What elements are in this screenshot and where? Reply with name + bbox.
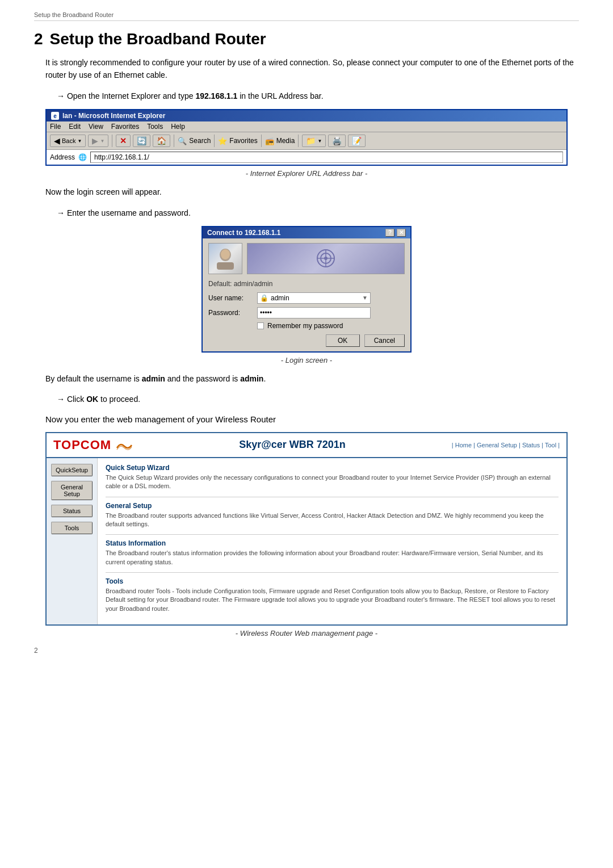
section-number: 2: [34, 30, 43, 48]
ie-browser-mockup: e lan - Microsoft Internet Explorer File…: [45, 109, 568, 166]
username-dropdown-icon: ▼: [362, 295, 368, 301]
ie-url-input[interactable]: http://192.168.1.1/: [90, 152, 563, 163]
login-dialog-title: Connect to 192.168.1.1: [207, 229, 280, 237]
ie-menu-edit[interactable]: Edit: [69, 123, 81, 131]
status-link[interactable]: Status Information: [106, 539, 166, 547]
section-title-text: Setup the Broadband Router: [50, 30, 266, 48]
generalsetup-link[interactable]: General Setup: [106, 502, 152, 510]
admin-username: admin: [142, 374, 165, 383]
login-default-text: Default: admin/admin: [208, 280, 405, 288]
ie-menu-view[interactable]: View: [89, 123, 103, 131]
username-value: admin: [271, 294, 360, 302]
sidebar-tools-button[interactable]: Tools: [51, 522, 93, 534]
tools-link[interactable]: Tools: [106, 577, 123, 585]
login-password-label: Password:: [208, 309, 254, 317]
sidebar-generalsetup-button[interactable]: General Setup: [51, 481, 93, 500]
stop-icon: ✕: [120, 136, 127, 145]
ie-menu-tools[interactable]: Tools: [147, 123, 163, 131]
router-body: QuickSetup General Setup Status Tools Qu…: [47, 458, 566, 625]
ie-edit-button[interactable]: 📝: [348, 135, 366, 147]
media-label: Media: [276, 137, 295, 145]
ie-print-button[interactable]: 🖨️: [328, 135, 346, 147]
router-content: Quick Setup Wizard The Quick Setup Wizar…: [98, 458, 566, 625]
toolbar-separator-5: [298, 135, 299, 147]
by-default-text: By default the username is admin and the…: [45, 372, 579, 385]
topcom-logo: TOPCOM: [53, 438, 133, 452]
ie-logo-icon: e: [51, 112, 59, 120]
ie-title-bar: e lan - Microsoft Internet Explorer: [47, 110, 566, 121]
router-header: TOPCOM Skyr@cer WBR 7201n | Home | Gener…: [47, 433, 566, 458]
login-cancel-button[interactable]: Cancel: [364, 334, 405, 347]
back-arrow-icon: ◀: [54, 136, 60, 145]
username-lock-icon: 🔒: [260, 294, 268, 302]
quicksetup-desc: The Quick Setup Wizard provides only the…: [106, 473, 559, 491]
home-icon: 🏠: [157, 136, 166, 145]
quicksetup-link[interactable]: Quick Setup Wizard: [106, 464, 170, 472]
intro-text: It is strongly recommended to configure …: [45, 56, 579, 82]
ie-stop-button[interactable]: ✕: [116, 135, 131, 147]
ie-home-button[interactable]: 🏠: [153, 135, 170, 147]
login-ok-button[interactable]: OK: [326, 334, 360, 347]
ie-forward-button[interactable]: ▶ ▼: [88, 135, 108, 147]
page-number: 2: [34, 647, 579, 655]
menu-section-generalsetup: General Setup The Broadband router suppo…: [106, 502, 559, 529]
sidebar-quicksetup-button[interactable]: QuickSetup: [51, 464, 93, 476]
toolbar-separator-3: [214, 135, 215, 147]
login-icon-row: [208, 243, 405, 274]
login-title-controls: ? ✕: [385, 229, 406, 237]
login-password-input[interactable]: •••••: [257, 307, 371, 318]
favorites-label: Favorites: [229, 137, 257, 145]
ie-back-button[interactable]: ◀ Back ▼: [50, 135, 86, 147]
generalsetup-title: General Setup: [106, 502, 559, 510]
menu-section-status: Status Information The Broadband router'…: [106, 539, 559, 567]
ie-title-text: lan - Microsoft Internet Explorer: [62, 112, 165, 120]
ok-bold: OK: [86, 395, 98, 404]
remember-label: Remember my password: [267, 322, 343, 330]
svg-point-2: [221, 249, 230, 259]
login-username-label: User name:: [208, 294, 254, 302]
ie-media-button[interactable]: 📻 Media: [265, 137, 295, 145]
router-caption: - Wireless Router Web management page -: [34, 629, 579, 638]
ie-menu-favorites[interactable]: Favorites: [111, 123, 139, 131]
ie-favorites-button[interactable]: ⭐ Favorites: [218, 137, 257, 145]
tools-desc: Broadband router Tools - Tools include C…: [106, 587, 559, 613]
remember-checkbox[interactable]: [257, 322, 264, 329]
now-login-text: Now the login screen will appear.: [45, 186, 579, 198]
login-icon-user: [208, 243, 242, 274]
address-page-icon: 🌐: [78, 153, 87, 161]
router-nav: | Home | General Setup | Status | Tool |: [452, 442, 560, 448]
search-label: Search: [189, 137, 211, 145]
ip-address: 192.168.1.1: [195, 91, 237, 100]
status-desc: The Broadband router's status informatio…: [106, 549, 559, 567]
page-header: Setup the Broadband Router: [34, 11, 579, 21]
history-icon: 📁: [306, 136, 316, 145]
ie-history-button[interactable]: 📁 ▼: [302, 135, 326, 147]
dialog-close-button[interactable]: ✕: [397, 229, 406, 237]
login-username-row: User name: 🔒 admin ▼: [208, 292, 405, 304]
router-sidebar: QuickSetup General Setup Status Tools: [47, 458, 98, 625]
ie-refresh-button[interactable]: 🔄: [133, 135, 150, 147]
toolbar-separator-1: [112, 135, 112, 147]
forward-arrow-icon: ▶: [92, 136, 98, 145]
ie-menu-bar: File Edit View Favorites Tools Help: [47, 121, 566, 132]
address-label: Address: [50, 153, 75, 161]
menu-section-quicksetup: Quick Setup Wizard The Quick Setup Wizar…: [106, 464, 559, 491]
sidebar-status-button[interactable]: Status: [51, 505, 93, 517]
login-username-input[interactable]: 🔒 admin ▼: [257, 292, 371, 304]
login-body: Default: admin/admin User name: 🔒 admin …: [203, 238, 410, 351]
admin-password: admin: [240, 374, 263, 383]
favorites-icon: ⭐: [218, 137, 227, 145]
ie-toolbar: ◀ Back ▼ ▶ ▼ ✕ 🔄 🏠 🔍 Search ⭐: [47, 132, 566, 150]
ie-search-button[interactable]: 🔍 Search: [178, 137, 211, 145]
refresh-icon: 🔄: [137, 136, 146, 145]
ie-menu-file[interactable]: File: [50, 123, 61, 131]
edit-icon: 📝: [352, 136, 362, 145]
step1-arrow: → Open the Internet Explorer and type 19…: [57, 90, 579, 102]
back-dropdown-icon: ▼: [77, 139, 82, 144]
history-dropdown-icon: ▼: [317, 139, 322, 144]
password-dots: •••••: [260, 309, 272, 317]
print-icon: 🖨️: [332, 136, 342, 145]
ie-menu-help[interactable]: Help: [171, 123, 185, 131]
login-password-row: Password: •••••: [208, 307, 405, 318]
dialog-help-button[interactable]: ?: [385, 229, 394, 237]
